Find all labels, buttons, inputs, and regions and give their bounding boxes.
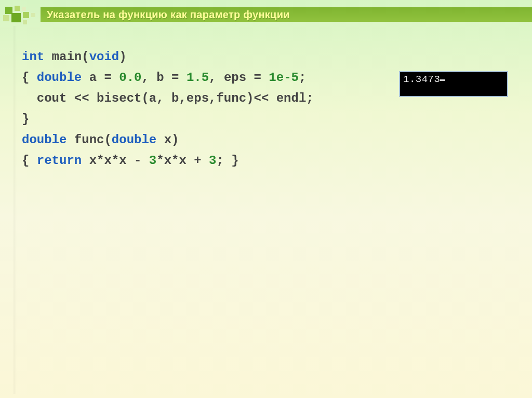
slide-title: Указатель на функцию как параметр функци…: [41, 7, 532, 22]
keyword: void: [89, 50, 119, 64]
code-block: int main(void) { double a = 0.0, b = 1.5…: [22, 47, 511, 171]
code-text: *x*x +: [156, 154, 209, 168]
code-line: int main(void): [22, 47, 511, 67]
code-line: double func(double x): [22, 130, 511, 150]
code-line: }: [22, 109, 511, 130]
keyword: return: [37, 154, 82, 168]
code-text: , eps =: [209, 71, 269, 85]
deco-square: [23, 12, 29, 18]
console-output: 1.3473: [399, 71, 508, 97]
code-text: ; }: [217, 154, 239, 168]
code-line: { return x*x*x - 3*x*x + 3; }: [22, 150, 511, 171]
header: Указатель на функцию как параметр функци…: [0, 4, 532, 25]
code-text: , b =: [141, 71, 186, 85]
number-literal: 0.0: [119, 71, 141, 85]
keyword: double: [37, 71, 82, 85]
deco-square: [22, 7, 26, 11]
logo-squares: [3, 6, 41, 23]
code-text: main(: [44, 50, 89, 64]
number-literal: 3: [149, 154, 156, 168]
keyword: double: [112, 133, 156, 147]
code-text: x*x*x -: [82, 154, 149, 168]
number-literal: 1.5: [187, 71, 209, 85]
number-literal: 1e-5: [269, 71, 299, 85]
deco-square: [15, 6, 20, 11]
left-shadow: [14, 26, 17, 394]
slide: Указатель на функцию как параметр функци…: [0, 0, 532, 398]
deco-square: [23, 20, 27, 24]
console-text: 1.3473: [403, 74, 440, 85]
code-text: {: [22, 154, 37, 168]
cursor-icon: [440, 79, 445, 81]
keyword: double: [22, 133, 66, 147]
keyword: int: [22, 50, 44, 64]
code-text: func(: [66, 133, 111, 147]
deco-square: [31, 13, 35, 17]
code-text: ;: [299, 71, 306, 85]
code-text: {: [22, 71, 37, 85]
code-text: a =: [82, 71, 119, 85]
deco-square: [11, 13, 21, 22]
number-literal: 3: [209, 154, 216, 168]
deco-square: [3, 15, 9, 21]
code-text: ): [119, 50, 126, 64]
code-text: x): [156, 133, 179, 147]
